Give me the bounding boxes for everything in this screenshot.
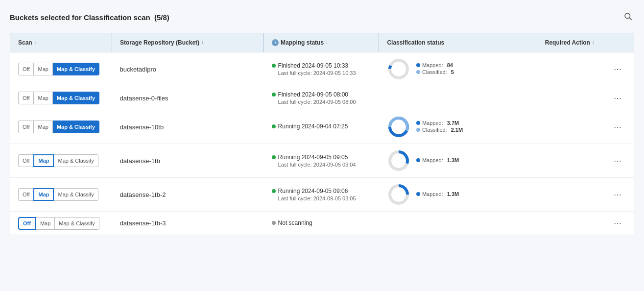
buckets-table: Scan ↕ Storage Repository (Bucket) ↕ i xyxy=(10,33,634,235)
required-action-cell xyxy=(537,212,602,235)
scan-off-btn[interactable]: Off xyxy=(18,154,33,167)
more-options-btn[interactable]: ⋯ xyxy=(610,154,626,168)
mapping-status-text: Not scanning xyxy=(278,219,312,226)
more-options-btn[interactable]: ⋯ xyxy=(610,92,626,105)
required-action-cell xyxy=(537,110,602,144)
donut-chart xyxy=(387,149,410,172)
more-options-btn[interactable]: ⋯ xyxy=(610,217,626,230)
scan-classify-btn[interactable]: Map & Classify xyxy=(54,188,98,201)
scan-off-btn[interactable]: Off xyxy=(18,217,36,230)
scan-cell: Off Map Map & Classify xyxy=(10,212,112,235)
status-dot xyxy=(272,155,276,159)
scan-off-btn[interactable]: Off xyxy=(18,92,33,104)
page-header: Buckets selected for Classification scan… xyxy=(10,10,634,25)
chart-legend: Mapped: 84 Classified: 5 xyxy=(416,62,454,76)
table-row: Off Map Map & Classify datasense-1tb Run… xyxy=(10,144,634,178)
svg-point-2 xyxy=(390,60,407,78)
col-header-scan: Scan ↕ xyxy=(10,33,112,52)
scan-map-btn[interactable]: Map xyxy=(33,154,54,167)
legend-dot-classified xyxy=(416,70,420,74)
more-options-btn[interactable]: ⋯ xyxy=(610,121,626,134)
mapping-status-cell: Running 2024-09-04 07:25 xyxy=(264,110,379,144)
mapping-status-text: Finished 2024-09-05 10:33 xyxy=(278,62,348,69)
sort-mapping-icon[interactable]: ↕ xyxy=(326,41,328,45)
scan-classify-btn[interactable]: Map & Classify xyxy=(55,217,99,230)
sort-action-icon[interactable]: ↕ xyxy=(592,41,594,45)
table-row: Off Map Map & Classify datasense-0-files… xyxy=(10,86,634,110)
scan-off-btn[interactable]: Off xyxy=(18,121,33,133)
classification-cell: Mapped: 84 Classified: 5 xyxy=(379,52,537,86)
bucket-cell: datasense-1tb-2 xyxy=(112,178,264,212)
status-dot xyxy=(272,189,276,193)
scan-cell: Off Map Map & Classify xyxy=(10,86,112,110)
col-header-more xyxy=(602,33,634,52)
required-action-cell xyxy=(537,86,602,110)
sort-bucket-icon[interactable]: ↕ xyxy=(201,41,203,45)
scan-map-btn[interactable]: Map xyxy=(33,121,52,133)
scan-cell: Off Map Map & Classify xyxy=(10,52,112,86)
table-row: Off Map Map & Classify datasense-1tb-3 N… xyxy=(10,212,634,235)
search-button[interactable] xyxy=(621,10,634,25)
required-action-cell xyxy=(537,144,602,178)
more-options-btn[interactable]: ⋯ xyxy=(610,63,626,76)
mapping-status-cell: Finished 2024-09-05 08:00 Last full cycl… xyxy=(264,86,379,110)
bucket-name: bucketadipro xyxy=(120,66,156,73)
required-action-cell xyxy=(537,52,602,86)
mapping-status-cell: Not scanning xyxy=(264,212,379,235)
bucket-count: (5/8) xyxy=(154,13,169,22)
col-header-bucket: Storage Repository (Bucket) ↕ xyxy=(112,33,264,52)
legend-dot-mapped xyxy=(416,63,420,67)
mapping-status-cell: Finished 2024-09-05 10:33 Last full cycl… xyxy=(264,52,379,86)
main-table-wrapper: Scan ↕ Storage Repository (Bucket) ↕ i xyxy=(10,33,634,235)
bucket-name: datasense-0-files xyxy=(120,95,168,102)
scan-map-btn[interactable]: Map xyxy=(36,217,55,230)
last-cycle-text: Last full cycle: 2024-09-05 03:05 xyxy=(278,195,371,201)
last-cycle-text: Last full cycle: 2024-09-05 10:33 xyxy=(278,70,371,76)
scan-classify-btn[interactable]: Map & Classify xyxy=(54,154,98,167)
col-header-mapping: i Mapping status ↕ xyxy=(264,33,379,52)
scan-off-btn[interactable]: Off xyxy=(18,63,33,75)
col-header-classification: Classification status xyxy=(379,33,537,52)
scan-classify-btn[interactable]: Map & Classify xyxy=(53,92,99,104)
svg-line-1 xyxy=(629,18,631,20)
mapping-status-text: Running 2024-09-05 09:06 xyxy=(278,188,348,194)
chart-legend: Mapped: 1.3M xyxy=(416,157,459,164)
scan-cell: Off Map Map & Classify xyxy=(10,144,112,178)
more-options-cell: ⋯ xyxy=(602,52,634,86)
bucket-cell: datasense-1tb-3 xyxy=(112,212,264,235)
more-options-cell: ⋯ xyxy=(602,86,634,110)
classification-cell xyxy=(379,86,537,110)
scan-map-btn[interactable]: Map xyxy=(33,188,54,201)
mapping-status-cell: Running 2024-09-05 09:05 Last full cycle… xyxy=(264,144,379,178)
classification-cell: Mapped: 1.3M xyxy=(379,178,537,212)
mapping-info-icon[interactable]: i xyxy=(272,39,279,46)
status-dot xyxy=(272,221,276,225)
sort-scan-icon[interactable]: ↕ xyxy=(34,41,36,45)
legend-dot-mapped xyxy=(416,121,420,125)
bucket-name: datasense-1tb xyxy=(120,157,160,165)
more-options-btn[interactable]: ⋯ xyxy=(610,188,626,201)
more-options-cell: ⋯ xyxy=(602,144,634,178)
more-options-cell: ⋯ xyxy=(602,110,634,144)
more-options-cell: ⋯ xyxy=(602,178,634,212)
title-text: Buckets selected for Classification scan xyxy=(10,13,150,22)
status-dot xyxy=(272,124,276,128)
scan-off-btn[interactable]: Off xyxy=(18,188,33,201)
donut-chart xyxy=(387,115,410,139)
scan-cell: Off Map Map & Classify xyxy=(10,110,112,144)
bucket-cell: datasense-10tb xyxy=(112,110,264,144)
bucket-cell: datasense-0-files xyxy=(112,86,264,110)
table-row: Off Map Map & Classify bucketadipro Fini… xyxy=(10,52,634,86)
page-container: Buckets selected for Classification scan… xyxy=(0,0,644,235)
mapping-status-text: Finished 2024-09-05 08:00 xyxy=(278,91,348,98)
scan-classify-btn[interactable]: Map & Classify xyxy=(53,121,99,133)
scan-map-btn[interactable]: Map xyxy=(33,63,52,75)
scan-cell: Off Map Map & Classify xyxy=(10,178,112,212)
scan-classify-btn[interactable]: Map & Classify xyxy=(53,63,99,75)
mapping-status-text: Running 2024-09-05 09:05 xyxy=(278,154,348,161)
bucket-cell: datasense-1tb xyxy=(112,144,264,178)
scan-map-btn[interactable]: Map xyxy=(33,92,52,104)
required-action-cell xyxy=(537,178,602,212)
last-cycle-text: Last full cycle: 2024-09-05 03:04 xyxy=(278,162,371,168)
classification-cell xyxy=(379,212,537,235)
